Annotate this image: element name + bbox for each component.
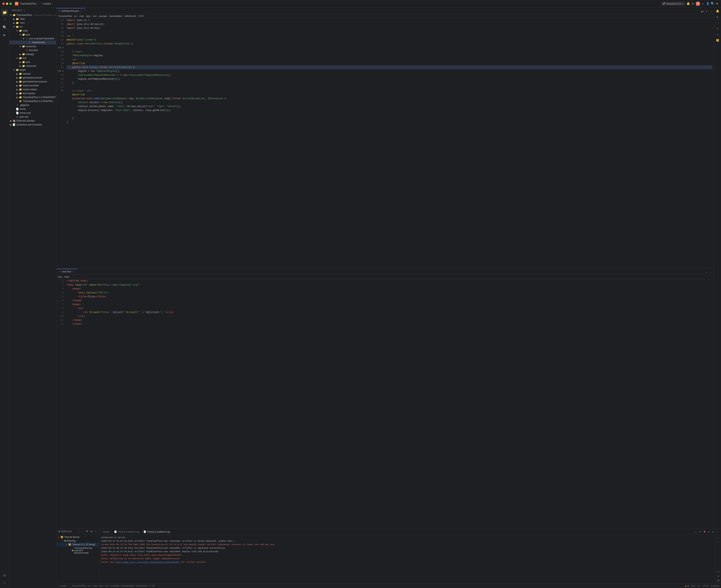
right-panel-notifications[interactable]: 🔔	[715, 8, 720, 14]
tree-maven-status[interactable]: ▶ 📁 maven-status	[9, 87, 56, 91]
settings-pane-icon[interactable]: ⋯	[709, 9, 713, 14]
project-chevron[interactable]: ⌄	[24, 9, 26, 12]
close-button[interactable]	[2, 3, 5, 5]
services-tomcat-server[interactable]: ▼ 🐱 Tomcat Server	[56, 535, 99, 539]
layout-icon[interactable]: ⊞	[716, 2, 719, 5]
services-add-btn[interactable]: +	[94, 529, 98, 533]
activity-plugins[interactable]: ⊞	[1, 572, 8, 579]
tree-idea[interactable]: ▶ 📁 .idea	[9, 17, 56, 21]
log-clear-btn[interactable]: ⊘	[707, 530, 711, 534]
bc-src[interactable]: src	[74, 15, 77, 17]
tree-ext-libs[interactable]: ▶ 📚 External Libraries	[9, 119, 56, 123]
tree-target[interactable]: ▼ 📁 target	[9, 68, 56, 72]
tree-main[interactable]: ▼ 📁 main	[9, 29, 56, 33]
expand-icon[interactable]: ▼	[704, 9, 708, 14]
tab-test-html[interactable]: <> test.html ✕	[56, 269, 77, 274]
search-everywhere-icon[interactable]: 🔍	[711, 2, 714, 5]
project-name[interactable]: ThymeleafTest	[20, 2, 37, 5]
tree-gen-sources[interactable]: ▶ 📁 generated-sources	[9, 76, 56, 80]
bc-init[interactable]: ⊙ init	[139, 15, 144, 17]
tree-webapp[interactable]: ▶ 📁 webapp	[9, 52, 56, 56]
notifications-icon[interactable]: 🔔	[686, 2, 690, 5]
status-breadcrumb[interactable]: ThymeleafTest › src › main › java › com …	[72, 584, 155, 587]
bottom-pane-settings[interactable]: ⋯	[709, 270, 713, 274]
log-refresh-btn[interactable]: ⟳	[698, 530, 702, 534]
activity-run[interactable]: ▶	[1, 31, 8, 38]
tree-java-folder[interactable]: ▼ 📁 java	[9, 33, 56, 37]
tree-mvnw[interactable]: ▶ 📄 mvnw	[9, 107, 56, 111]
warning-badge[interactable]: ▲ 3	[700, 9, 704, 14]
activity-search[interactable]: 🔍	[1, 24, 8, 31]
tree-mvn[interactable]: ▶ 📁 .mvn	[9, 21, 56, 25]
log-settings-btn[interactable]: ⚙	[711, 530, 715, 534]
tree-mvnw-cmd[interactable]: ▶ 📄 mvnw.cmd	[9, 111, 56, 115]
status-warnings[interactable]: ▲ 3	[685, 585, 688, 587]
bc-head[interactable]: head	[64, 276, 69, 278]
bc-html[interactable]: html	[58, 276, 62, 278]
right-panel-services[interactable]: ⚙	[715, 32, 720, 37]
services-eye-btn[interactable]: 👁	[85, 529, 89, 533]
activity-more[interactable]: ⋯	[1, 580, 8, 586]
status-encoding[interactable]: UTF-8	[702, 585, 708, 587]
log-tab-localhost[interactable]: 📄 Tomcat Localhost Log	[142, 530, 172, 534]
tree-maven-archiver[interactable]: ▶ 📁 maven-archiver	[9, 84, 56, 87]
log-tab-server[interactable]: Server	[101, 530, 112, 534]
tree-pom[interactable]: ▶ m pom.xml	[9, 115, 56, 119]
bc-example[interactable]: example	[99, 15, 107, 17]
tree-war-file[interactable]: ▶ 📦 ThymeleafTest-1.0-SNAPSHOT.war	[9, 99, 56, 103]
services-running[interactable]: ▼ Running	[56, 539, 99, 543]
account-icon[interactable]: 👤	[706, 2, 709, 5]
server-run-button[interactable]: 🚀 Tomcat 10.1.23 ⌄	[661, 2, 685, 5]
tab-test-html-close[interactable]: ✕	[72, 270, 75, 273]
log-side-settings[interactable]: ⚙	[717, 574, 720, 578]
activity-vcs[interactable]: ⑂	[1, 17, 8, 23]
bc-java[interactable]: java	[86, 15, 90, 17]
bc-com[interactable]: com	[92, 15, 97, 17]
bc-main[interactable]: main	[80, 15, 84, 17]
tree-root[interactable]: ▼ 📁 ThymeleafTest ~/Desktop/CS/JavaEE/1.…	[9, 13, 56, 17]
tree-test-resources[interactable]: ▶ 📁 resources	[9, 64, 56, 68]
settings-icon[interactable]: ⚙	[691, 2, 694, 5]
tree-src[interactable]: ▼ 📁 src	[9, 25, 56, 29]
bottom-code-editor[interactable]: 1 2 3 4 5 6 7 8 9 10 11 12	[56, 279, 714, 528]
tree-test-folder[interactable]: ▼ 📁 test	[9, 56, 56, 60]
tab-hello-servlet-close[interactable]: ✕	[80, 9, 83, 12]
tab-hello-servlet[interactable]: C HelloServlet.java ✕	[56, 8, 85, 14]
tree-classes[interactable]: ▶ 📁 classes	[9, 72, 56, 76]
status-branch[interactable]: ⑂ master	[58, 585, 67, 587]
tree-gitignore[interactable]: ▶ ⑂ .gitignore	[9, 103, 56, 107]
log-stop-btn[interactable]: ■	[703, 530, 706, 534]
log-side-clear[interactable]: 🗑	[717, 579, 720, 583]
tree-test-html[interactable]: ▶ <> test.html	[9, 48, 56, 52]
minimize-button[interactable]	[6, 3, 8, 5]
tree-scratches[interactable]: ▶ 📝 Scratches and Consoles	[9, 123, 56, 127]
services-down-btn[interactable]: ↓	[81, 529, 85, 533]
bc-thymeleaftest[interactable]: thymeleaftest	[109, 15, 122, 17]
log-more-btn[interactable]: ⋮	[716, 530, 719, 534]
right-panel-tomcat[interactable]: 🐱	[715, 38, 720, 43]
activity-project[interactable]: 📁	[1, 9, 8, 16]
services-tomcat-instance[interactable]: ▼ 🐱 Tomcat 10.1.23 [local]	[56, 543, 99, 546]
red-icon[interactable]: ■	[696, 2, 700, 6]
log-scroll-down[interactable]: ↓	[717, 540, 720, 544]
right-panel-git[interactable]: ⑂	[715, 20, 720, 25]
log-tab-catalina[interactable]: 📄 Tomcat Catalina Log	[112, 530, 141, 534]
log-side-filter[interactable]: ⊟	[717, 570, 720, 574]
services-filter-btn[interactable]: ⊟	[89, 529, 93, 533]
more-options-icon[interactable]: ⋯	[701, 2, 704, 5]
tree-gen-test-sources[interactable]: ▶ 📁 generated-test-sources	[9, 80, 56, 84]
tree-test-classes[interactable]: ▶ 📁 test-classes	[9, 91, 56, 95]
top-code-editor[interactable]: 13 14 15 18 19 22 24 2	[56, 18, 714, 268]
bc-helloservlet[interactable]: HelloServlet	[125, 15, 136, 17]
bc-project[interactable]: ThymeleafTest	[58, 15, 72, 17]
tree-hello-servlet[interactable]: ▶ C HelloServlet	[9, 41, 56, 44]
right-panel-maven[interactable]: m	[715, 26, 720, 31]
right-panel-run[interactable]: ▶	[715, 14, 720, 20]
tree-resources[interactable]: ▼ 📁 resources	[9, 44, 56, 48]
services-up-btn[interactable]: ↑	[77, 529, 81, 533]
log-reload-btn[interactable]: ↻	[694, 530, 698, 534]
tree-package[interactable]: ▼ ⬡ com.example.thymeleaftest	[9, 37, 56, 41]
status-line-ending[interactable]: LF	[698, 585, 700, 587]
services-artifact[interactable]: ▶ ThymeleafTest:war exploded [Synchroniz…	[56, 546, 99, 554]
status-indent[interactable]: 4 spaces	[711, 585, 719, 587]
